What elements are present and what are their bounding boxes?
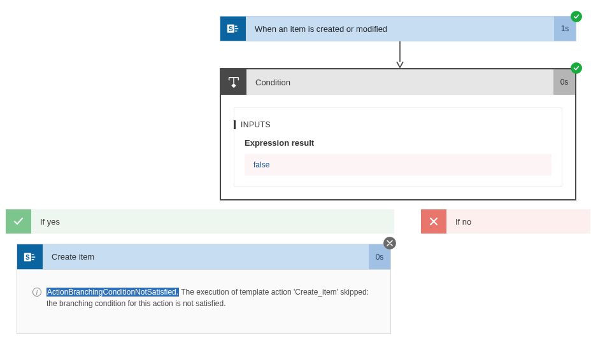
expression-result-value: false (245, 154, 552, 176)
trigger-card[interactable]: S When an item is created or modified 1s (220, 16, 576, 41)
status-success-icon (571, 62, 582, 74)
cross-icon (421, 209, 446, 234)
sharepoint-icon: S (220, 17, 246, 41)
branch-yes[interactable]: If yes (5, 209, 395, 234)
inputs-label: INPUTS (234, 120, 271, 129)
create-item-title: Create item (43, 244, 369, 269)
condition-header[interactable]: Condition 0s (221, 69, 575, 95)
svg-text:S: S (229, 25, 233, 32)
condition-title: Condition (246, 69, 553, 95)
skip-message-code: ActionBranchingConditionNotSatisfied. (46, 288, 179, 297)
trigger-title: When an item is created or modified (246, 17, 554, 41)
close-icon[interactable] (383, 237, 396, 249)
inputs-box: INPUTS Expression result false (234, 108, 562, 186)
create-item-card[interactable]: S Create item 0s i ActionBranchingCondit… (17, 244, 391, 334)
branch-yes-label: If yes (31, 209, 394, 234)
check-icon (6, 209, 31, 234)
branch-no[interactable]: If no (420, 209, 591, 234)
create-item-body: i ActionBranchingConditionNotSatisfied. … (17, 270, 390, 333)
condition-duration: 0s (553, 69, 575, 95)
svg-text:S: S (25, 253, 30, 260)
condition-icon (221, 69, 246, 95)
expression-result-label: Expression result (245, 138, 552, 148)
flow-arrow-icon (396, 41, 404, 68)
branch-no-label: If no (446, 209, 590, 234)
info-icon: i (32, 288, 41, 297)
condition-card[interactable]: Condition 0s INPUTS Expression result fa… (220, 68, 576, 200)
condition-body: INPUTS Expression result false (221, 95, 575, 199)
sharepoint-icon: S (17, 244, 43, 269)
create-item-header[interactable]: S Create item 0s (17, 244, 390, 270)
skip-message: ActionBranchingConditionNotSatisfied. Th… (46, 288, 369, 308)
status-success-icon (571, 11, 582, 22)
